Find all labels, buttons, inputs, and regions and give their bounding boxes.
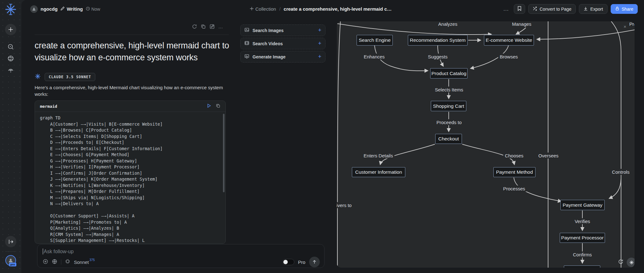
- page-title: create a comprehensive, high-level merma…: [35, 40, 242, 63]
- message-more[interactable]: …: [218, 24, 223, 30]
- diagram-node: Product Catalog: [430, 68, 468, 79]
- code-content: graph TD A[Customer] —→|Visits| B[E-comm…: [40, 115, 220, 244]
- pencil-icon: [60, 6, 65, 12]
- pro-toggle-label: Pro: [298, 259, 305, 265]
- add-videos-button[interactable]: +: [318, 40, 321, 47]
- search-videos-row[interactable]: Search Videos +: [240, 38, 325, 49]
- followup-composer[interactable]: Ask follow-up Sonnet 375 Pro: [37, 244, 325, 268]
- shuffle-icon: [533, 6, 537, 12]
- code-language: mermaid: [40, 104, 57, 109]
- assistant-bubble-button[interactable]: [627, 258, 635, 267]
- main-surface: ngocdg Writing Now Collection /: [21, 0, 644, 273]
- diagram-node: Recommendation System: [408, 35, 468, 46]
- regenerate-icon[interactable]: [192, 24, 197, 30]
- clock-icon: [86, 7, 90, 12]
- pro-badge: pro: [9, 263, 16, 266]
- diagram-node: E-commerce Website: [484, 35, 534, 46]
- share-button[interactable]: Share: [611, 4, 638, 14]
- edge-label: Analyzes: [437, 21, 459, 27]
- copy-code-icon[interactable]: [216, 103, 220, 109]
- generate-image-row[interactable]: Generate Image +: [240, 51, 325, 63]
- send-button[interactable]: [309, 257, 320, 267]
- breadcrumb-separator: /: [279, 6, 280, 12]
- edge-label: Oversees: [537, 153, 560, 159]
- add-images-button[interactable]: +: [318, 27, 321, 34]
- claude-logo-icon: [35, 73, 41, 81]
- edge-label: Manages: [510, 21, 533, 27]
- followup-input[interactable]: Ask follow-up: [43, 248, 74, 254]
- composer-divider: [61, 259, 61, 265]
- model-badge-row: CLAUDE 3.5 SONNET: [35, 73, 95, 81]
- film-icon: [244, 41, 249, 47]
- close-icon[interactable]: ×: [624, 24, 626, 29]
- edge-label: Enhances: [362, 54, 386, 60]
- edge-label: Suggests: [426, 54, 449, 60]
- input-placeholder: Ask follow-up: [44, 249, 74, 254]
- search-images-row[interactable]: Search Images +: [240, 25, 325, 36]
- diagram-node: Shopping Cart: [431, 101, 466, 111]
- edge-label: Proceeds to: [435, 119, 463, 125]
- diagram-node: Payment Gateway: [560, 200, 605, 210]
- edge-label: Enters Details: [362, 153, 394, 159]
- mode-writing[interactable]: Writing: [60, 6, 83, 12]
- edit-icon[interactable]: [209, 24, 215, 30]
- download-icon: [583, 6, 588, 12]
- code-scrollbar[interactable]: [223, 114, 225, 192]
- diagram-node: Payment Processor: [560, 233, 605, 243]
- edge-label: Selects Items: [433, 87, 465, 93]
- export-button[interactable]: Export: [579, 4, 607, 14]
- mermaid-preview-panel: AnalyzesManagesProEnhancesSuggestsBrowse…: [337, 21, 635, 268]
- expand-sidebar-button[interactable]: [5, 236, 16, 247]
- edge-label: Processes: [502, 186, 527, 192]
- edge-label: Pro: [628, 21, 635, 27]
- refresh-diagram-icon[interactable]: [618, 259, 624, 265]
- toggle-knob: [283, 260, 288, 264]
- plus-icon: [250, 6, 254, 12]
- new-thread-button[interactable]: [5, 24, 16, 35]
- edge-label: ivers to: [337, 202, 353, 208]
- spaces-icon[interactable]: [7, 66, 14, 73]
- diagram-node: Checkout: [435, 134, 462, 144]
- model-badge: CLAUDE 3.5 SONNET: [45, 73, 95, 81]
- pro-toggle[interactable]: [282, 259, 294, 265]
- diagram-node: Customer Information: [352, 167, 405, 177]
- assistant-intro: Here's a comprehensive, high-level Merma…: [35, 84, 223, 97]
- add-to-collection[interactable]: Collection: [250, 6, 276, 12]
- more-menu[interactable]: …: [503, 6, 509, 12]
- message-actions: …: [192, 24, 223, 30]
- model-version-superscript: 375: [90, 258, 95, 262]
- model-chip-icon: [65, 259, 70, 265]
- arrow-up-icon: [312, 259, 317, 265]
- model-selector[interactable]: Sonnet 375: [74, 259, 95, 265]
- breadcrumb: create a comprehensive, high-level merma…: [284, 6, 391, 12]
- text-caret: [43, 248, 43, 254]
- workspace-name[interactable]: ngocdg: [41, 6, 58, 12]
- media-tools: Search Images + Search Videos + Generate…: [240, 25, 325, 63]
- lock-icon: [615, 6, 619, 12]
- timestamp: Now: [86, 7, 100, 12]
- edge-label: Verifies: [573, 218, 591, 224]
- copy-icon[interactable]: [201, 24, 206, 30]
- convert-to-page-button[interactable]: Convert to Page: [528, 4, 576, 14]
- user-avatar[interactable]: pro: [5, 255, 16, 266]
- edge-label: Controls: [610, 169, 631, 175]
- workspace-avatar-icon: [30, 5, 38, 13]
- run-diagram-icon[interactable]: [207, 103, 211, 109]
- edge-label: Chooses: [503, 153, 525, 159]
- web-icon[interactable]: [52, 259, 57, 265]
- code-block: mermaid graph TD A[Customer] —→|Visits| …: [35, 101, 226, 244]
- left-rail: pro: [0, 0, 21, 273]
- image-icon: [244, 27, 249, 34]
- rail-divider: [5, 251, 16, 252]
- edge-label: Browses: [498, 54, 519, 60]
- top-bar: ngocdg Writing Now Collection /: [21, 0, 644, 18]
- explore-globe-icon[interactable]: [7, 55, 14, 62]
- attach-icon[interactable]: [43, 259, 48, 265]
- app-logo[interactable]: [4, 3, 17, 16]
- diagram-node: [564, 265, 600, 268]
- bookmark-icon: [517, 6, 522, 12]
- generate-image-icon: [244, 54, 249, 60]
- search-icon[interactable]: [7, 43, 14, 50]
- add-generate-button[interactable]: +: [318, 53, 321, 60]
- bookmark-button[interactable]: [514, 4, 525, 14]
